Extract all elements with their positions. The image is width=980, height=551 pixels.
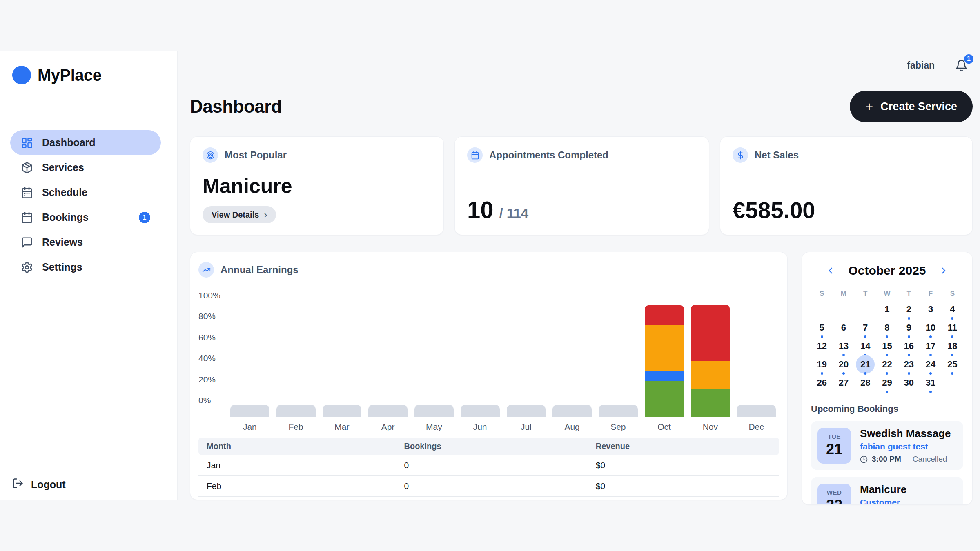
calendar-card: October 2025 SMTWTFS 1234567891011121314… [802,252,973,505]
sidebar-item-bookings[interactable]: Bookings1 [10,205,161,230]
booking-dot [929,391,932,393]
calendar-day-13[interactable]: 13 [833,340,854,358]
x-axis-label: Jan [230,422,270,432]
view-details-button[interactable]: View Details › [203,206,276,223]
bar-placeholder [737,405,776,417]
calendar-day-16[interactable]: 16 [898,340,920,358]
calendar-next-button[interactable] [938,265,949,276]
sidebar-item-dashboard[interactable]: Dashboard [10,130,161,155]
booking-dot [951,335,953,338]
earnings-table-header-row: MonthBookingsRevenue [198,438,779,455]
bar-sep [599,405,638,417]
calendar-day-8[interactable]: 8 [876,321,898,340]
notifications-button[interactable]: 1 [955,59,968,72]
weekday-label: T [855,290,876,298]
calendar-day-6[interactable]: 6 [833,321,854,340]
calendar-day-24[interactable]: 24 [920,358,941,376]
booking-dot [886,354,888,356]
calendar-day-30[interactable]: 30 [898,376,920,395]
booking-item[interactable]: WED22ManicureCustomer2:00 AMPending [811,477,963,505]
x-axis-label: May [414,422,454,432]
calendar-day-4[interactable]: 4 [942,303,963,321]
bar-segment-blue [645,371,684,381]
calendar-day-number [858,303,872,316]
y-axis-tick: 60% [198,333,216,342]
bar-segment-green [645,381,684,417]
stats-row: Most Popular Manicure View Details › App… [190,136,973,235]
bar-placeholder [552,405,592,417]
bar-jul [507,405,546,417]
net-sales-value: €585.00 [733,197,815,223]
calendar-day-19[interactable]: 19 [811,358,833,376]
calendar-day-1[interactable]: 1 [876,303,898,321]
sidebar-item-reviews[interactable]: Reviews [10,230,161,255]
calendar-prev-button[interactable] [825,265,836,276]
calendar-day-5[interactable]: 5 [811,321,833,340]
table-row: Jan0$0 [198,455,779,476]
logout-button[interactable]: Logout [12,478,66,491]
calendar-day-number: 23 [902,358,916,371]
calendar-day-number: 21 [856,355,875,374]
calendar-day-10[interactable]: 10 [920,321,941,340]
calendar-day-20[interactable]: 20 [833,358,854,376]
sidebar-item-label: Schedule [42,187,87,198]
target-icon [203,147,218,163]
booking-customer-link[interactable]: fabian guest test [860,442,951,451]
calendar-day-17[interactable]: 17 [920,340,941,358]
most-popular-label: Most Popular [225,149,287,161]
y-axis-tick: 80% [198,311,216,321]
calendar-day-number: 22 [880,358,894,371]
weekday-label: T [898,290,920,298]
bar-aug [552,405,592,417]
booking-details: Swedish Massagefabian guest test3:00 PMC… [860,427,951,464]
bar-oct [645,305,684,417]
calendar-day-25[interactable]: 25 [942,358,963,376]
booking-dot [886,391,888,393]
sidebar-item-schedule[interactable]: Schedule [10,180,161,205]
calendar-day-21[interactable]: 21 [855,358,876,376]
booking-customer-link[interactable]: Customer [860,498,941,505]
table-cell: $0 [588,476,779,497]
calendar-day-number: 5 [815,321,829,334]
calendar-day-2[interactable]: 2 [898,303,920,321]
calendar-day-27[interactable]: 27 [833,376,854,395]
earnings-table-header: Bookings [396,438,587,455]
username[interactable]: fabian [907,60,935,71]
bar-mar [323,405,362,417]
bar-placeholder [368,405,408,417]
most-popular-value: Manicure [203,174,292,198]
x-axis-label: Aug [552,422,592,432]
booking-dot [929,354,932,356]
calendar-day-23[interactable]: 23 [898,358,920,376]
bar-nov [691,305,730,417]
calendar-day-29[interactable]: 29 [876,376,898,395]
bar-dec [737,405,776,417]
sidebar-item-label: Settings [42,261,82,273]
calendar-day-3[interactable]: 3 [920,303,941,321]
booking-weekday: TUE [828,433,841,440]
x-axis-label: Dec [737,422,776,432]
chart-bars [230,295,776,417]
calendar-day-number: 28 [858,376,872,389]
calendar-day-7[interactable]: 7 [855,321,876,340]
calendar-day-15[interactable]: 15 [876,340,898,358]
sidebar-item-label: Dashboard [42,137,96,149]
create-service-button[interactable]: + Create Service [850,91,973,122]
calendar-day-number: 11 [945,321,959,334]
calendar-day-22[interactable]: 22 [876,358,898,376]
calendar-day-9[interactable]: 9 [898,321,920,340]
sidebar-item-settings[interactable]: Settings [10,255,161,280]
earnings-chart: 100%80%60%40%20%0% [198,295,779,417]
calendar-day-18[interactable]: 18 [942,340,963,358]
sidebar-item-services[interactable]: Services [10,155,161,180]
booking-item[interactable]: TUE21Swedish Massagefabian guest test3:0… [811,421,963,470]
calendar-day-empty [833,303,854,321]
calendar-day-31[interactable]: 31 [920,376,941,395]
calendar-day-11[interactable]: 11 [942,321,963,340]
chevron-left-icon [825,265,836,276]
calendar-day-12[interactable]: 12 [811,340,833,358]
calendar-day-28[interactable]: 28 [855,376,876,395]
booking-dot [821,372,823,375]
earnings-table-header: Month [198,438,396,455]
calendar-day-26[interactable]: 26 [811,376,833,395]
